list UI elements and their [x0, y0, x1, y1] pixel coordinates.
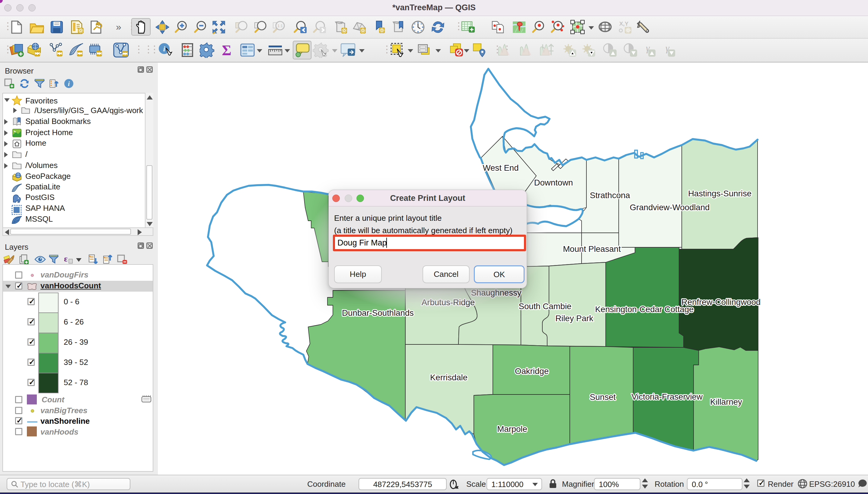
svg-text:West End: West End	[483, 163, 518, 172]
svg-text:Killarney: Killarney	[710, 397, 742, 406]
svg-text:South Cambie: South Cambie	[519, 302, 572, 311]
svg-text:Strathcona: Strathcona	[590, 191, 630, 200]
svg-text:Downtown: Downtown	[534, 178, 573, 187]
svg-text:1:1: 1:1	[277, 23, 283, 28]
svg-text:Victoria-Fraserview: Victoria-Fraserview	[631, 392, 703, 401]
svg-text:X,Y: X,Y	[619, 20, 629, 27]
svg-text:i: i	[68, 80, 70, 88]
svg-text:Grandview-Woodland: Grandview-Woodland	[630, 203, 710, 212]
svg-text:Dunbar-Southlands: Dunbar-Southlands	[342, 308, 414, 318]
svg-text:Marpole: Marpole	[497, 424, 527, 434]
svg-text:Shaughnessy: Shaughnessy	[471, 288, 521, 297]
svg-text:Arbutus-Ridge: Arbutus-Ridge	[422, 298, 475, 307]
svg-text:Riley Park: Riley Park	[555, 314, 593, 323]
svg-text:Sunset: Sunset	[590, 392, 616, 402]
svg-text:Kerrisdale: Kerrisdale	[430, 373, 467, 382]
svg-text:Oakridge: Oakridge	[515, 366, 549, 376]
svg-text:Mount Pleasant: Mount Pleasant	[563, 244, 621, 254]
svg-text:i: i	[163, 45, 165, 53]
svg-text:Renfrew-Collingwood: Renfrew-Collingwood	[682, 297, 760, 307]
svg-text:Σ: Σ	[222, 42, 231, 58]
svg-text:ε: ε	[64, 254, 68, 263]
svg-text:»: »	[116, 21, 121, 32]
svg-text:Hastings-Sunrise: Hastings-Sunrise	[688, 189, 752, 198]
svg-text:Kensington-Cedar Cottage: Kensington-Cedar Cottage	[595, 305, 694, 314]
